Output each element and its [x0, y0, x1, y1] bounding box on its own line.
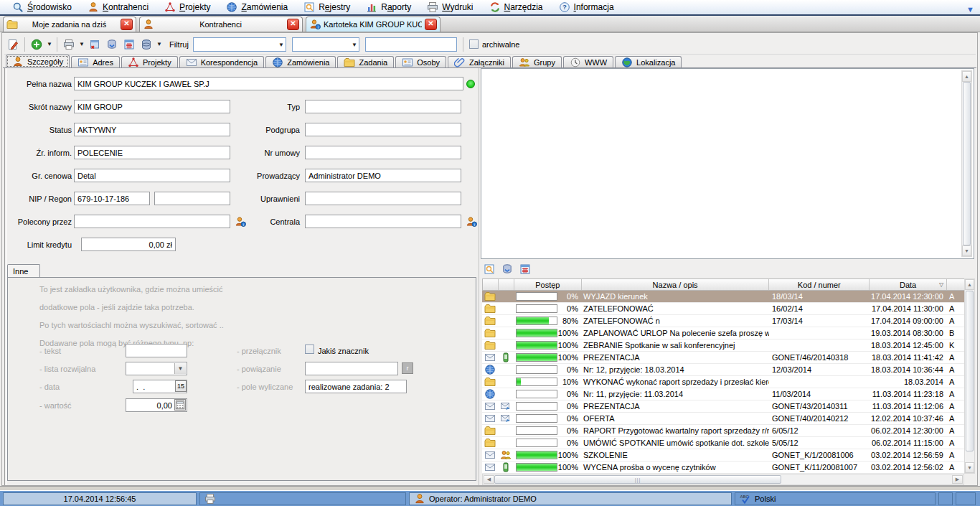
- menu-item-rejestry[interactable]: Rejestry: [296, 0, 358, 14]
- filter-combo-1[interactable]: ▼: [193, 37, 286, 52]
- tab-korespondencja[interactable]: Korespondencja: [179, 56, 265, 68]
- person-picker-icon[interactable]: i: [465, 215, 477, 228]
- col-icon2[interactable]: [499, 279, 514, 290]
- task-row[interactable]: 0%UMÓWIĆ SPOTKANIE umówić spotkanie dot.…: [482, 437, 964, 449]
- task-row[interactable]: 0%OFERTAGONET/40/2014021212.02.2014 10:3…: [482, 413, 964, 425]
- delete-button[interactable]: [86, 36, 103, 53]
- scroll-thumb[interactable]: [963, 82, 971, 245]
- col-kod[interactable]: Kod / numer: [769, 279, 870, 290]
- close-icon[interactable]: ✕: [425, 19, 437, 30]
- task-row[interactable]: 0%RAPORT Przygotować kwartalny raport sp…: [482, 425, 964, 437]
- close-icon[interactable]: ✕: [121, 19, 133, 30]
- scroll-down-icon[interactable]: ▼: [962, 245, 971, 256]
- task-row[interactable]: 100%SZKOLENIEGONET_K/1/2008100603.02.201…: [482, 449, 964, 462]
- menu-item-srodowisko[interactable]: Środowisko: [4, 0, 80, 14]
- col-nazwa[interactable]: Nazwa / opis: [582, 279, 770, 290]
- sync-button[interactable]: [103, 36, 121, 53]
- task-row[interactable]: 100%PREZENTACJAGONET/46/2014031818.03.20…: [482, 352, 964, 364]
- tab-zalaczniki[interactable]: Załączniki: [448, 56, 511, 68]
- custom-link-field[interactable]: [305, 362, 398, 375]
- task-row[interactable]: 100%WYCENA prośba o wycenę czytnikówGONE…: [482, 462, 964, 474]
- menu-item-wydruki[interactable]: Wydruki: [419, 0, 481, 14]
- col-icon1[interactable]: [483, 279, 499, 290]
- task-row[interactable]: 80%ZATELEFONOWAĆ n17/03/1417.04.2014 09:…: [482, 315, 964, 327]
- col-data[interactable]: Data▽: [870, 279, 947, 290]
- nip-field[interactable]: [74, 192, 150, 205]
- tab-zamowienia[interactable]: Zamówienia: [265, 56, 336, 68]
- scroll-up-icon[interactable]: ▲: [962, 71, 971, 82]
- filter-input[interactable]: [365, 37, 457, 52]
- typ-field[interactable]: [305, 100, 461, 113]
- tab-list-dropdown-icon[interactable]: ▼: [966, 5, 974, 14]
- edit-button[interactable]: [4, 36, 22, 53]
- task-row[interactable]: 0%ZATELEFONOWAĆ16/02/1417.04.2014 11:30:…: [482, 303, 964, 315]
- custom-dropdown[interactable]: ▼: [126, 362, 187, 375]
- tab-projekty[interactable]: Projekty: [121, 56, 178, 68]
- scroll-thumb[interactable]: |||: [494, 475, 781, 484]
- menu-item-narzedzia[interactable]: Narzędzia: [481, 0, 551, 14]
- task-horizontal-scrollbar[interactable]: ◀ ▶ |||: [482, 474, 964, 485]
- mdi-tab-moje-zadania[interactable]: Moje zadania na dziś✕: [3, 17, 136, 32]
- skrot-nazwy-field[interactable]: [74, 100, 230, 113]
- col-who[interactable]: [947, 279, 964, 290]
- scroll-thumb[interactable]: [966, 291, 974, 451]
- search-icon[interactable]: [482, 262, 496, 276]
- menu-item-raporty[interactable]: Raporty: [358, 0, 419, 14]
- panel-splitter[interactable]: [479, 68, 479, 485]
- regon-field[interactable]: [154, 192, 230, 205]
- task-row[interactable]: 0%Nr: 11, przyjęcie: 11.03.201411/03/201…: [482, 388, 964, 400]
- menu-item-informacja[interactable]: ?Informacja: [551, 0, 622, 14]
- task-row[interactable]: 10%WYKONAĆ wykonać raport sprzedaży i pr…: [482, 376, 964, 388]
- pelna-nazwa-field[interactable]: [74, 77, 463, 90]
- zr-inform-field[interactable]: [74, 146, 230, 159]
- print-button[interactable]: [60, 36, 77, 53]
- scroll-down-icon[interactable]: ▼: [965, 462, 974, 473]
- custom-text-field[interactable]: [126, 344, 187, 357]
- nr-umowy-field[interactable]: [305, 146, 461, 159]
- custom-checkbox[interactable]: [305, 345, 314, 354]
- filter-combo-2[interactable]: ▼: [292, 37, 359, 52]
- uprawnieni-field[interactable]: [305, 192, 461, 205]
- mdi-tab-kontrahenci[interactable]: Kontrahenci✕: [139, 17, 303, 32]
- task-row[interactable]: 100%ZAPLANOWAĆ URLOP Na polecenie szefa …: [482, 327, 964, 339]
- task-row[interactable]: 0%PREZENTACJAGONET/43/2014031111.03.2014…: [482, 400, 964, 413]
- gr-cenowa-field[interactable]: [74, 169, 230, 182]
- tab-osoby[interactable]: Osoby: [395, 56, 446, 68]
- grid-button[interactable]: [121, 36, 138, 53]
- export-database-icon[interactable]: [500, 262, 514, 276]
- language-segment[interactable]: ABC Polski: [735, 492, 936, 505]
- menu-item-projekty[interactable]: Projekty: [156, 0, 218, 14]
- chevron-down-icon[interactable]: ▼: [45, 41, 54, 47]
- tab-szczegoly[interactable]: Szczegóły: [6, 55, 70, 68]
- scroll-left-icon[interactable]: ◀: [484, 475, 494, 484]
- chevron-down-icon[interactable]: ▼: [77, 41, 86, 47]
- tab-grupy[interactable]: Grupy: [512, 56, 562, 68]
- grid-view-icon[interactable]: [518, 262, 532, 276]
- tab-www[interactable]: WWW: [563, 56, 613, 68]
- polecony-przez-field[interactable]: [74, 215, 230, 228]
- menu-item-zamowienia[interactable]: Zamówienia: [218, 0, 296, 14]
- tab-adres[interactable]: Adres: [71, 56, 120, 68]
- prowadzacy-field[interactable]: [305, 169, 461, 182]
- tab-inne[interactable]: Inne: [7, 264, 40, 278]
- chevron-down-icon[interactable]: ▼: [155, 41, 164, 47]
- close-icon[interactable]: ✕: [287, 19, 299, 30]
- calculator-icon[interactable]: [174, 399, 186, 411]
- scroll-up-icon[interactable]: ▲: [965, 279, 974, 290]
- vertical-scrollbar[interactable]: ▲ ▼: [961, 70, 972, 257]
- menu-item-kontrahenci[interactable]: Kontrahenci: [80, 0, 156, 14]
- task-vertical-scrollbar[interactable]: ▲ ▼: [964, 278, 975, 474]
- status-field[interactable]: [74, 123, 230, 136]
- archive-checkbox[interactable]: [469, 39, 479, 49]
- database-button[interactable]: [138, 36, 155, 53]
- calendar-icon[interactable]: 15: [175, 380, 187, 392]
- tab-lokalizacja[interactable]: Lokalizacja: [615, 56, 682, 68]
- task-row[interactable]: 0%Nr: 12, przyjęcie: 18.03.201412/03/201…: [482, 364, 964, 376]
- link-picker-button[interactable]: r: [402, 362, 413, 374]
- add-button[interactable]: [28, 36, 45, 53]
- podgrupa-field[interactable]: [305, 123, 461, 136]
- col-postep[interactable]: Postęp: [514, 279, 582, 290]
- limit-kredytu-field[interactable]: [81, 238, 176, 251]
- mdi-tab-kartoteka[interactable]: iKartoteka KIM GROUP KUCZ...✕: [306, 17, 440, 32]
- task-row[interactable]: 0%WYJAZD kierunek18/03/1417.04.2014 12:3…: [482, 291, 964, 303]
